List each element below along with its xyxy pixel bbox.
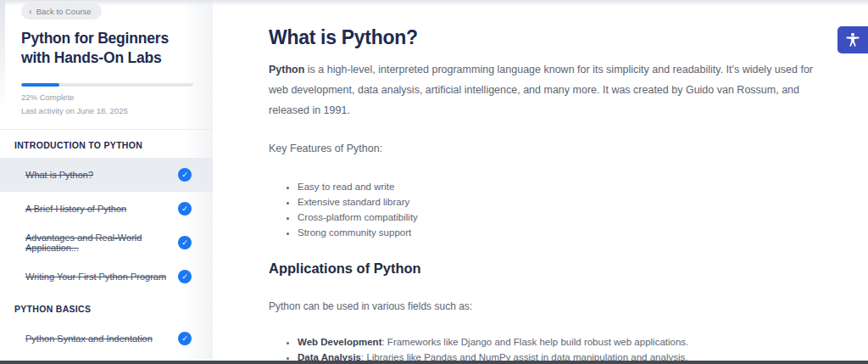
feature-item: Extensive standard library	[298, 194, 818, 210]
features-heading: Key Features of Python:	[269, 139, 818, 160]
lesson-label: A Brief History of Python	[25, 204, 126, 214]
sidebar-item-syntax-indentation[interactable]: Python Syntax and Indentation ✓	[0, 322, 213, 356]
section-title-introduction: INTRODUCTION TO PYTHON	[14, 140, 198, 150]
course-title: Python for Beginners with Hands-On Labs	[21, 29, 192, 68]
applications-list: Web Development: Frameworks like Django …	[269, 334, 818, 364]
lesson-label: Python Syntax and Indentation	[25, 333, 153, 344]
applications-heading: Applications of Python	[269, 260, 818, 277]
sidebar-item-advantages[interactable]: Advantages and Real-World Application...…	[0, 226, 213, 260]
chevron-left-icon: ‹	[29, 7, 32, 16]
lesson-label: Advantages and Real-World Application...	[25, 232, 178, 253]
applications-intro: Python can be used in various fields suc…	[269, 297, 818, 316]
sidebar-item-what-is-python[interactable]: What is Python? ✓	[0, 158, 213, 192]
completed-check-icon: ✓	[178, 168, 192, 182]
lesson-label: Writing Your First Python Program	[25, 272, 166, 282]
course-progress-bar	[21, 83, 193, 87]
accessibility-person-icon	[844, 31, 861, 48]
window-bottom-edge	[0, 361, 868, 364]
completed-check-icon: ✓	[178, 270, 192, 283]
lesson-intro-paragraph: Python is a high-level, interpreted prog…	[269, 60, 818, 120]
feature-item: Easy to read and write	[298, 179, 818, 194]
features-list: Easy to read and write Extensive standar…	[269, 179, 818, 240]
back-to-course-label: Back to Course	[36, 7, 92, 16]
last-activity-label: Last activity on June 18, 2025	[21, 105, 192, 116]
lesson-title: What is Python?	[269, 26, 818, 49]
feature-item: Strong community support	[298, 225, 818, 240]
accessibility-widget-button[interactable]	[837, 26, 868, 53]
sidebar-divider	[0, 129, 213, 130]
feature-item: Cross-platform compatibility	[298, 210, 818, 225]
completed-check-icon: ✓	[178, 332, 192, 345]
completed-check-icon: ✓	[178, 202, 192, 216]
lesson-content: What is Python? Python is a high-level, …	[269, 0, 818, 364]
application-desc: : Frameworks like Django and Flask help …	[381, 337, 688, 347]
sidebar-item-brief-history[interactable]: A Brief History of Python ✓	[0, 192, 213, 226]
application-item: Web Development: Frameworks like Django …	[298, 334, 818, 350]
completed-check-icon: ✓	[178, 236, 192, 249]
course-sidebar: ‹ Back to Course Python for Beginners wi…	[0, 0, 213, 361]
sidebar-item-first-program[interactable]: Writing Your First Python Program ✓	[0, 260, 213, 294]
intro-bold-term: Python	[269, 64, 304, 76]
application-term: Web Development	[298, 337, 381, 347]
section-title-python-basics: PYTHON BASICS	[14, 304, 198, 314]
progress-label: 22% Complete	[21, 92, 192, 103]
back-to-course-button[interactable]: ‹ Back to Course	[21, 3, 102, 20]
lesson-label: What is Python?	[25, 170, 93, 180]
intro-text: is a high-level, interpreted programming…	[269, 64, 813, 116]
course-progress-fill	[21, 83, 59, 87]
